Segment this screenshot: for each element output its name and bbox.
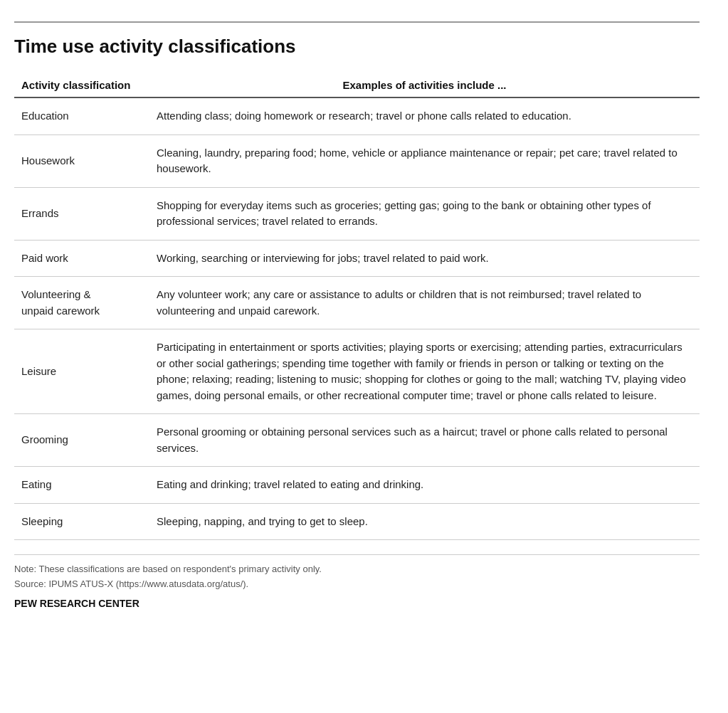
table-row: HouseworkCleaning, laundry, preparing fo… xyxy=(14,134,700,187)
footer-note: Note: These classifications are based on… xyxy=(14,562,700,577)
footer-section: Note: These classifications are based on… xyxy=(14,554,700,609)
activity-cell: Eating xyxy=(14,467,149,504)
classification-table: Activity classification Examples of acti… xyxy=(14,75,700,540)
footer-brand: PEW RESEARCH CENTER xyxy=(14,598,700,609)
table-row: LeisureParticipating in entertainment or… xyxy=(14,329,700,414)
examples-cell: Sleeping, napping, and trying to get to … xyxy=(149,503,700,540)
header-activity: Activity classification xyxy=(14,75,149,97)
examples-cell: Cleaning, laundry, preparing food; home,… xyxy=(149,134,700,187)
header-examples: Examples of activities include ... xyxy=(149,75,700,97)
examples-cell: Attending class; doing homework or resea… xyxy=(149,97,700,134)
table-row: SleepingSleeping, napping, and trying to… xyxy=(14,503,700,540)
examples-cell: Participating in entertainment or sports… xyxy=(149,329,700,414)
top-border xyxy=(14,21,700,23)
table-row: ErrandsShopping for everyday items such … xyxy=(14,187,700,240)
table-body: EducationAttending class; doing homework… xyxy=(14,97,700,540)
header-row: Activity classification Examples of acti… xyxy=(14,75,700,97)
activity-cell: Volunteering & unpaid carework xyxy=(14,277,149,329)
page-container: Time use activity classifications Activi… xyxy=(0,0,728,630)
examples-cell: Working, searching or interviewing for j… xyxy=(149,240,700,277)
page-title: Time use activity classifications xyxy=(14,36,700,58)
table-row: Paid workWorking, searching or interview… xyxy=(14,240,700,277)
activity-cell: Errands xyxy=(14,187,149,240)
examples-cell: Personal grooming or obtaining personal … xyxy=(149,414,700,467)
table-row: EatingEating and drinking; travel relate… xyxy=(14,467,700,504)
examples-cell: Eating and drinking; travel related to e… xyxy=(149,467,700,504)
table-row: EducationAttending class; doing homework… xyxy=(14,97,700,134)
table-row: GroomingPersonal grooming or obtaining p… xyxy=(14,414,700,467)
activity-cell: Education xyxy=(14,97,149,134)
examples-cell: Any volunteer work; any care or assistan… xyxy=(149,277,700,329)
activity-cell: Leisure xyxy=(14,329,149,414)
activity-cell: Sleeping xyxy=(14,503,149,540)
activity-cell: Paid work xyxy=(14,240,149,277)
examples-cell: Shopping for everyday items such as groc… xyxy=(149,187,700,240)
table-row: Volunteering & unpaid careworkAny volunt… xyxy=(14,277,700,329)
table-header: Activity classification Examples of acti… xyxy=(14,75,700,97)
footer-source: Source: IPUMS ATUS-X (https://www.atusda… xyxy=(14,577,700,592)
activity-cell: Housework xyxy=(14,134,149,187)
activity-cell: Grooming xyxy=(14,414,149,467)
